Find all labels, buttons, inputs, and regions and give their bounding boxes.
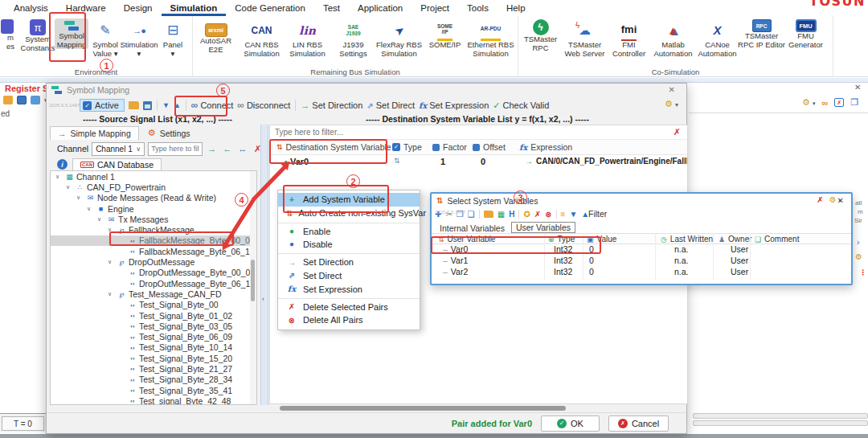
tree-item[interactable]: ◖◗ Test_Signal_Byte_28_34	[51, 375, 256, 385]
menu-item-set-direct[interactable]: ⇗ Set Direct	[278, 268, 420, 282]
tree-item[interactable]: ∨ ∴ CAN_FD_Powertrain	[51, 182, 256, 192]
expander-icon[interactable]: ∨	[55, 174, 63, 180]
ribbon-button-can-rbs-simulation[interactable]: CAN CAN RBS Simulation	[239, 18, 285, 58]
column-value[interactable]: Value	[597, 235, 617, 244]
menu-item-add-system-variable[interactable]: + Add System Variable	[278, 193, 420, 207]
delete-all-icon[interactable]: ⊗	[545, 210, 551, 219]
tree-item[interactable]: ◖◗ Test_Signal_Byte_00	[51, 300, 256, 310]
clipboard-icon[interactable]: ❐	[850, 97, 858, 108]
tree-item[interactable]: ◖◗ FallbackMessage_Byte_00_05	[51, 235, 256, 246]
column-type[interactable]: Type	[558, 235, 575, 244]
column-factor[interactable]: Factor	[443, 142, 467, 152]
sysvar-row[interactable]: Var1 Int32 0 n.a. User	[432, 256, 851, 267]
gear-icon[interactable]: ⚙	[855, 252, 862, 261]
document-icon[interactable]	[31, 96, 40, 104]
tree-item[interactable]: ∨ ■ Engine	[51, 203, 256, 214]
badge-icon[interactable]: ✪	[523, 210, 530, 219]
wrench-dropdown[interactable]: ⚙ ▾	[665, 99, 678, 109]
channel-select[interactable]: Channel 1∨	[92, 142, 145, 156]
menu-item-set-direction[interactable]: → Set Direction	[278, 253, 420, 268]
move-down-icon[interactable]: ▼	[162, 101, 170, 109]
disconnect-button[interactable]: ∞Disconnect	[237, 100, 290, 111]
move-down-icon[interactable]: ▼	[569, 210, 577, 219]
menu-item[interactable]: Application	[349, 0, 411, 16]
expander-icon[interactable]: ∨	[97, 216, 104, 223]
expander-icon[interactable]: ∨	[87, 206, 94, 212]
menu-item[interactable]: Help	[497, 0, 534, 16]
menu-item[interactable]: Hardware	[57, 0, 115, 16]
horizontal-scrollbar[interactable]	[50, 405, 683, 411]
menu-item[interactable]: Analysis	[5, 0, 57, 16]
tab-simple-mapping[interactable]: →Simple Mapping	[50, 126, 139, 140]
tree-item[interactable]: ◖◗ DropOutMessage_Byte_00_05	[51, 268, 256, 278]
tree-item[interactable]: ∨ ℘ DropOutMessage	[51, 256, 256, 267]
ribbon-button-lin-rbs-simulation[interactable]: lin LIN RBS Simulation	[285, 18, 330, 58]
delete-icon[interactable]: ✗	[534, 210, 541, 219]
open-icon[interactable]	[484, 211, 493, 218]
sysvar-row[interactable]: Var2 Int32 0 n.a. User	[432, 267, 851, 278]
ribbon-button-j1939-settings[interactable]: SAE J1939 J1939 Settings	[330, 18, 376, 58]
ribbon-button-tsmaster-web-server[interactable]: ☁ TSMaster Web Server	[563, 18, 607, 58]
close-icon[interactable]: ✕	[854, 83, 861, 92]
tab-user-variables[interactable]: User Variables	[511, 222, 575, 233]
signal-filter-input[interactable]	[148, 142, 203, 156]
column-destination-variable[interactable]: Destination System Variable	[286, 142, 391, 152]
ribbon-button-panel[interactable]: ⊟ Panel ▾	[156, 18, 190, 58]
tree-item[interactable]: ◖◗ Test_Signal_Byte_35_41	[51, 385, 256, 395]
expander-icon[interactable]: ∨	[108, 291, 115, 297]
menu-item[interactable]: Simulation	[162, 0, 227, 16]
menu-item-set-expression[interactable]: fx Set Expression	[278, 282, 420, 296]
menu-item[interactable]: Code Generation	[226, 0, 314, 16]
menu-item-disable[interactable]: ● Disable	[278, 238, 420, 252]
ribbon-button-fmu-generator[interactable]: FMU FMU Generator	[784, 18, 828, 49]
panel-handle[interactable]	[693, 413, 868, 419]
tree-item[interactable]: ∨ ℘ FallbackMessage	[51, 224, 256, 235]
tree-item[interactable]: ◖◗ Test_signal_Byte_42_48	[51, 395, 256, 405]
menu-item[interactable]: Design	[115, 0, 162, 16]
ribbon-button-flexray-rbs-simulation[interactable]: ➤ FlexRay RBS Simulation	[376, 18, 422, 58]
tree-item[interactable]: ◖◗ Test_Signal_Byte_01_02	[51, 310, 256, 321]
tree-item[interactable]: ◖◗ DropOutMessage_Byte_06_10	[51, 278, 256, 289]
open-icon[interactable]	[129, 101, 139, 109]
close-icon[interactable]: ✕	[669, 85, 675, 94]
ribbon-button-symbol-mapping[interactable]: Symbol Mapping	[55, 18, 88, 49]
tree-item[interactable]: ∨ ✉ Node Messages (Read & Write)	[51, 193, 256, 203]
expander-icon[interactable]: ∨	[66, 184, 73, 190]
map-both-icon[interactable]: ↔	[236, 144, 248, 154]
destination-filter-input[interactable]	[270, 128, 656, 137]
ribbon-button-canoe-automation[interactable]: X CANoe Automation	[695, 18, 739, 58]
set-direction-button[interactable]: →Set Direction	[301, 100, 362, 110]
link-icon[interactable]: ∞	[821, 98, 828, 108]
panel-handle[interactable]	[693, 420, 868, 426]
tree-item[interactable]: ◖◗ Test_Signal_Byte_15_20	[51, 353, 256, 363]
column-owner[interactable]: Owner	[728, 235, 751, 244]
tree-item[interactable]: ∨ ▦ Channel 1	[51, 171, 256, 182]
menu-item-enable[interactable]: ● Enable	[278, 223, 420, 238]
column-type[interactable]: Type	[403, 142, 422, 152]
menu-item-delete-all-pairs[interactable]: ⊗ Delete All Pairs	[278, 313, 420, 327]
chevron-icon[interactable]: ›	[857, 238, 859, 247]
menu-item[interactable]: Test	[314, 0, 349, 16]
sysvar-row[interactable]: Var0 Int32 0 n.a. User	[432, 244, 851, 256]
ribbon-button-symbol-value[interactable]: ✎ Symbol Value ▾	[88, 18, 122, 58]
paste-icon[interactable]: ❑	[468, 210, 475, 219]
menu-item-delete-selected-pairs[interactable]: ✗ Delete Selected Pairs	[278, 298, 420, 313]
tab-can-database[interactable]: CAN CAN Database	[72, 158, 162, 170]
active-checkbox[interactable]: ✓ Active	[80, 99, 125, 112]
expander-icon[interactable]: ∨	[108, 259, 115, 265]
ribbon-button-fmi-controller[interactable]: fmi FMI Controller	[607, 18, 651, 58]
column-expression[interactable]: Expression	[530, 142, 572, 152]
menu-item[interactable]: Tools	[458, 0, 497, 16]
checkbox-icon[interactable]: ✓	[392, 143, 400, 151]
wrench-dropdown[interactable]: ⚙ ▾	[829, 195, 841, 204]
scrollbar-thumb[interactable]	[280, 406, 566, 411]
tree-item[interactable]: ◖◗ Test_Signal_Byte_10_14	[51, 342, 256, 353]
ribbon-button-autosar-e2e[interactable]: arxml AutoSAR E2E	[193, 18, 239, 54]
move-up-icon[interactable]: ▲	[174, 101, 181, 109]
panel-splitter[interactable]: ‹	[260, 125, 268, 405]
tree-item[interactable]: ◖◗ Test_Signal_Byte_03_05	[51, 321, 256, 331]
open-icon[interactable]	[3, 96, 13, 104]
set-expression-button[interactable]: fxSet Expression	[419, 100, 489, 110]
tree-view-icon[interactable]: ≡	[561, 210, 566, 219]
check-valid-button[interactable]: ✓Check Valid	[493, 100, 549, 111]
